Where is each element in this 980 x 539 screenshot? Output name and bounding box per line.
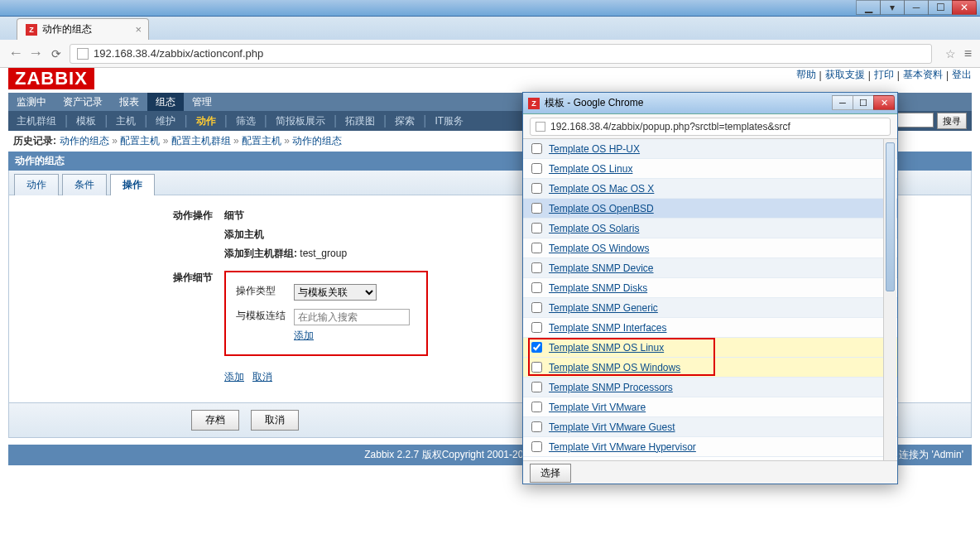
breadcrumb-1[interactable]: 配置主机 [120, 135, 160, 147]
template-link[interactable]: Template OS Mac OS X [549, 183, 654, 195]
template-link[interactable]: Template Virt VMware Hypervisor [549, 441, 696, 453]
os-minimize-button[interactable]: ▁ [856, 0, 881, 15]
bottom-add-link[interactable]: 添加 [224, 371, 244, 383]
template-checkbox[interactable] [531, 421, 542, 432]
popup-minimize-button[interactable]: ─ [832, 95, 853, 110]
popup-select-button[interactable]: 选择 [530, 464, 571, 483]
template-row[interactable]: Template SNMP Device [523, 258, 897, 278]
os-close-button[interactable]: ✕ [952, 0, 977, 15]
submenu-item-9[interactable]: IT服务 [426, 114, 472, 128]
submenu-item-1[interactable]: 模板 [68, 114, 104, 128]
template-checkbox[interactable] [531, 223, 542, 233]
breadcrumb-3[interactable]: 配置主机 [242, 135, 281, 147]
template-link[interactable]: Template Virt VMware Guest [549, 421, 675, 433]
config-tab-0[interactable]: 动作 [14, 174, 59, 195]
link-print[interactable]: 打印 [874, 68, 894, 82]
op-type-select[interactable]: 与模板关联 [294, 284, 377, 301]
template-link[interactable]: Template SNMP OS Windows [549, 362, 680, 373]
submenu-item-8[interactable]: 探索 [387, 114, 423, 128]
forward-icon[interactable]: → [28, 45, 43, 62]
template-row[interactable]: Template SNMP Disks [523, 278, 897, 298]
tab-close-icon[interactable]: × [135, 23, 142, 36]
submenu-item-5[interactable]: 筛选 [228, 114, 264, 128]
os-minimize2-button[interactable]: ─ [904, 0, 929, 15]
template-link[interactable]: Template OS Linux [549, 163, 632, 175]
template-link[interactable]: Template Virt VMware [549, 402, 646, 413]
template-checkbox[interactable] [531, 163, 542, 174]
add-template-link[interactable]: 添加 [294, 329, 314, 343]
popup-close-button[interactable]: ✕ [873, 95, 895, 110]
config-tab-2[interactable]: 操作 [110, 174, 155, 195]
template-row[interactable]: Template OS Windows [523, 238, 897, 258]
template-row[interactable]: Template OS Mac OS X [523, 179, 897, 199]
template-link[interactable]: Template SNMP Disks [549, 282, 647, 294]
submenu-item-7[interactable]: 拓蹼图 [337, 114, 383, 128]
bookmark-icon[interactable]: ☆ [945, 47, 956, 60]
menu-item-1[interactable]: 资产记录 [55, 93, 111, 111]
template-link[interactable]: Template SNMP Generic [549, 302, 658, 314]
template-row[interactable]: Template SNMP Processors [523, 378, 897, 397]
back-icon[interactable]: ← [8, 45, 23, 62]
template-link[interactable]: Template SNMP OS Linux [549, 342, 664, 354]
scrollbar-thumb[interactable] [886, 142, 895, 291]
reload-icon[interactable]: ⟳ [51, 47, 61, 60]
link-help[interactable]: 帮助 [796, 68, 816, 82]
template-row[interactable]: Template OS HP-UX [523, 139, 897, 159]
link-support[interactable]: 获取支援 [825, 68, 865, 82]
template-link[interactable]: Template OS HP-UX [549, 143, 640, 155]
submenu-item-0[interactable]: 主机群组 [8, 114, 65, 128]
template-checkbox[interactable] [531, 282, 542, 293]
menu-item-4[interactable]: 管理 [184, 93, 220, 111]
template-checkbox[interactable] [531, 183, 542, 194]
template-checkbox[interactable] [531, 302, 542, 313]
template-row[interactable]: Template SNMP Interfaces [523, 318, 897, 338]
submenu-item-4[interactable]: 动作 [188, 114, 224, 128]
menu-item-2[interactable]: 报表 [111, 93, 147, 111]
menu-item-3[interactable]: 组态 [147, 93, 184, 111]
config-tab-1[interactable]: 条件 [62, 174, 107, 195]
url-bar[interactable]: 192.168.38.4/zabbix/actionconf.php [70, 44, 932, 64]
breadcrumb-0[interactable]: 动作的组态 [60, 135, 109, 147]
template-row[interactable]: Template SNMP OS Linux [523, 338, 897, 358]
template-checkbox[interactable] [531, 342, 542, 353]
template-link[interactable]: Template SNMP Device [549, 262, 654, 274]
popup-scrollbar[interactable] [883, 139, 896, 460]
template-row[interactable]: Template SNMP Generic [523, 298, 897, 318]
template-checkbox[interactable] [531, 362, 542, 373]
popup-url-text[interactable]: 192.168.38.4/zabbix/popup.php?srctbl=tem… [530, 118, 891, 136]
submenu-item-3[interactable]: 维护 [147, 114, 184, 128]
template-search-input[interactable] [294, 309, 410, 325]
template-checkbox[interactable] [531, 143, 542, 154]
template-row[interactable]: Template Virt VMware Hypervisor [523, 437, 897, 457]
template-checkbox[interactable] [531, 441, 542, 452]
template-link[interactable]: Template OS Windows [549, 243, 649, 254]
template-checkbox[interactable] [531, 243, 542, 253]
link-logout[interactable]: 登出 [952, 68, 972, 82]
template-checkbox[interactable] [531, 382, 542, 392]
os-maximize-button[interactable]: ☐ [928, 0, 953, 15]
submenu-item-2[interactable]: 主机 [108, 114, 144, 128]
template-row[interactable]: Template OS OpenBSD [523, 199, 897, 219]
bottom-cancel-link[interactable]: 取消 [252, 371, 272, 383]
template-row[interactable]: Template Virt VMware [523, 397, 897, 417]
template-link[interactable]: Template SNMP Processors [549, 382, 673, 393]
template-row[interactable]: Template SNMP OS Windows [523, 358, 897, 378]
search-button[interactable]: 搜寻 [937, 113, 967, 129]
template-row[interactable]: Template OS Solaris [523, 219, 897, 238]
browser-tab[interactable]: Z 动作的组态 × [17, 18, 149, 40]
template-checkbox[interactable] [531, 203, 542, 214]
save-button[interactable]: 存档 [191, 410, 239, 431]
template-link[interactable]: Template OS OpenBSD [549, 203, 654, 214]
template-link[interactable]: Template OS Solaris [549, 223, 639, 234]
submenu-item-6[interactable]: 简报板展示 [267, 114, 334, 128]
template-row[interactable]: Template Virt VMware Guest [523, 417, 897, 437]
cancel-button[interactable]: 取消 [251, 410, 299, 431]
template-checkbox[interactable] [531, 402, 542, 412]
template-link[interactable]: Template SNMP Interfaces [549, 322, 667, 334]
breadcrumb-2[interactable]: 配置主机群组 [171, 135, 231, 147]
template-checkbox[interactable] [531, 322, 542, 333]
menu-item-0[interactable]: 监测中 [8, 93, 55, 111]
chrome-menu-icon[interactable]: ≡ [964, 46, 972, 61]
os-snap-button[interactable]: ▾ [880, 0, 905, 15]
template-row[interactable]: Template OS Linux [523, 159, 897, 179]
